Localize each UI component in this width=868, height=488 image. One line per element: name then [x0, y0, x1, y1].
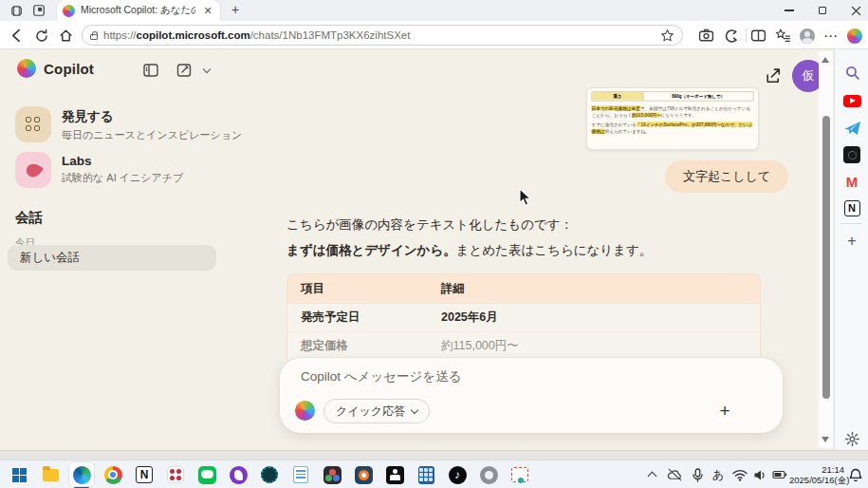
tab-actions-icon[interactable]: [32, 4, 46, 17]
add-attachment-button[interactable]: +: [712, 399, 737, 423]
sidebar-app-icon[interactable]: [842, 145, 861, 164]
message-input[interactable]: [301, 369, 756, 384]
taskbar-settings-icon[interactable]: [477, 463, 500, 486]
quick-response-label: クイック応答: [336, 404, 405, 420]
url-text[interactable]: https://copilot.microsoft.com/chats/1Nb1…: [103, 29, 655, 41]
start-button[interactable]: [8, 463, 30, 486]
table-row: 発売予定日 2025年6月: [287, 303, 760, 331]
ime-indicator[interactable]: あ: [710, 466, 727, 483]
tray-microphone-icon[interactable]: [689, 466, 706, 483]
sidebar-toggle-icon[interactable]: [141, 61, 160, 80]
taskbar-blender-icon[interactable]: [352, 463, 375, 486]
tray-chevron-up-icon[interactable]: [643, 466, 660, 483]
assistant-intro-text: こちらが画像の内容をテキスト化したものです：: [286, 216, 573, 234]
toolbar-divider: [746, 28, 747, 43]
table-header-item: 項目: [287, 281, 428, 297]
split-screen-icon[interactable]: [749, 27, 767, 45]
battery-icon[interactable]: [771, 466, 788, 483]
favorites-bar-icon[interactable]: [774, 27, 792, 45]
table-cell: 発売予定日: [287, 310, 428, 326]
taskbar-notepad-icon[interactable]: [289, 463, 312, 486]
attached-image-thumbnail[interactable]: 重さ 890g（キーボード無しで） 日本での販売価格は未定で、米国では799ドル…: [586, 87, 759, 150]
chat-scrollbar[interactable]: [819, 51, 833, 448]
tab-close-icon[interactable]: ✕: [201, 4, 214, 17]
refresh-button[interactable]: [32, 27, 50, 45]
sidebar-gmail-icon[interactable]: M: [842, 172, 861, 191]
window-close-button[interactable]: [840, 0, 868, 21]
edge-copilot-icon[interactable]: [845, 27, 863, 45]
scroll-down-arrow[interactable]: [822, 437, 829, 442]
notification-bell-icon[interactable]: [847, 466, 864, 483]
chevron-glyph: [203, 65, 211, 72]
scrollbar-thumb[interactable]: [822, 116, 830, 399]
favorite-star-icon[interactable]: [660, 28, 674, 43]
new-tab-button[interactable]: +: [228, 3, 243, 18]
quick-response-selector[interactable]: クイック応答: [323, 399, 430, 423]
url-domain: copilot.microsoft.com: [137, 29, 250, 41]
table-header-row: 項目 詳細: [287, 274, 760, 303]
taskbar-purple-app-icon[interactable]: [227, 463, 249, 486]
new-chat-icon[interactable]: [175, 61, 194, 80]
table-cell: 約115,000円〜: [428, 338, 760, 354]
copilot-app-header: Copilot: [17, 59, 94, 78]
back-button[interactable]: [8, 27, 26, 45]
taskbar-snipping-icon[interactable]: [508, 463, 531, 486]
restore-icon: [819, 7, 826, 14]
taskbar-line-icon[interactable]: [195, 463, 218, 486]
taskbar-notion-icon[interactable]: N: [133, 463, 156, 486]
taskbar-clock[interactable]: 21:14 2025/05/16(金): [789, 464, 844, 487]
message-composer[interactable]: クイック応答 +: [280, 358, 783, 433]
sidebar-add-icon[interactable]: +: [842, 232, 861, 251]
window-minimize-button[interactable]: [774, 0, 804, 21]
profile-avatar[interactable]: [798, 27, 816, 45]
url-path: /chats/1Nb13FMTp3KX6zihtSXet: [250, 29, 411, 41]
taskbar-calculator-icon[interactable]: [415, 463, 437, 486]
assistant-table: 項目 詳細 発売予定日 2025年6月 想定価格 約115,000円〜: [286, 273, 761, 360]
taskbar-teal-app-icon[interactable]: [258, 463, 281, 486]
sidebar-notion-icon[interactable]: N: [842, 198, 861, 217]
settings-more-icon[interactable]: ⋯: [822, 27, 840, 45]
address-bar[interactable]: https://copilot.microsoft.com/chats/1Nb1…: [82, 25, 683, 46]
assistant-lead-rest: まとめた表はこちらになります。: [456, 243, 653, 257]
taskbar-edge-icon[interactable]: [70, 463, 93, 486]
speaker-icon[interactable]: [751, 466, 768, 483]
sidebar-item-discover[interactable]: 発見する 毎日のニュースとインスピレーション: [15, 106, 242, 142]
close-icon: [851, 6, 861, 16]
sidebar-telegram-icon[interactable]: [842, 119, 861, 138]
sidebar-settings-gear-icon[interactable]: [842, 429, 861, 448]
home-button[interactable]: [57, 27, 75, 45]
workspaces-icon[interactable]: [9, 4, 24, 18]
url-scheme: https://: [103, 29, 137, 41]
taskbar-app-icon-dots[interactable]: [164, 463, 187, 486]
labs-subtitle: 試験的な AI イニシアチブ: [62, 171, 183, 185]
assistant-lead-text: まずは価格とデザインから。まとめた表はこちらになります。: [286, 242, 652, 259]
wifi-icon[interactable]: [731, 466, 748, 483]
scroll-up-arrow[interactable]: [822, 57, 829, 63]
taskbar-davinci-icon[interactable]: [321, 463, 343, 486]
sidebar-youtube-icon[interactable]: [842, 91, 861, 110]
thumb-cell-value: 890g（キーボード無しで）: [643, 92, 752, 101]
clock-date: 2025/05/16(金): [789, 475, 844, 486]
chevron-down-icon[interactable]: [197, 61, 216, 80]
browser-tab-strip: Microsoft Copilot: あなたの AI アシ ✕ +: [0, 0, 868, 21]
conversation-item-selected[interactable]: 新しい会話: [8, 245, 216, 271]
browser-essentials-icon[interactable]: [722, 27, 740, 45]
taskbar-chrome-icon[interactable]: [102, 463, 124, 486]
sidebar-item-labs[interactable]: Labs 試験的な AI イニシアチブ: [15, 152, 183, 188]
copilot-logo-icon[interactable]: [17, 59, 36, 78]
discover-badge: [15, 106, 51, 142]
taskbar-explorer-icon[interactable]: [39, 463, 62, 486]
browser-tab[interactable]: Microsoft Copilot: あなたの AI アシ ✕: [57, 0, 220, 21]
grid-icon: [26, 117, 41, 132]
taskbar-tiktok-icon[interactable]: ♪: [446, 463, 469, 486]
thumbnail-table-row: 重さ 890g（キーボード無しで）: [592, 91, 754, 102]
taskbar-kindle-icon[interactable]: [383, 463, 406, 486]
screen: Microsoft Copilot: あなたの AI アシ ✕ + https:…: [0, 0, 868, 488]
screenshot-camera-icon[interactable]: [697, 27, 715, 45]
tray-onedrive-icon[interactable]: [666, 466, 683, 483]
app-name: Copilot: [44, 61, 94, 77]
sidebar-search-icon[interactable]: [842, 63, 861, 82]
window-restore-button[interactable]: [807, 0, 838, 21]
share-button[interactable]: [764, 66, 785, 87]
discover-subtitle: 毎日のニュースとインスピレーション: [62, 128, 242, 142]
